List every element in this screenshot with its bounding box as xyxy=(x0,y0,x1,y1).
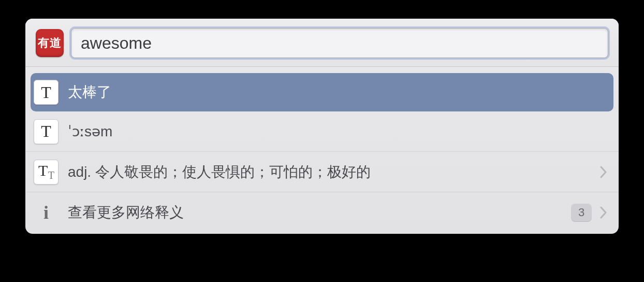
result-item-definition[interactable]: TT adj. 令人敬畏的；使人畏惧的；可怕的；极好的 xyxy=(25,152,619,192)
result-text: ˈɔːsəm xyxy=(68,123,607,140)
row-right: 3 xyxy=(571,203,607,222)
info-icon: i xyxy=(34,200,58,225)
row-right xyxy=(600,166,607,178)
chevron-right-icon xyxy=(600,206,607,219)
result-item-translation[interactable]: T 太棒了 xyxy=(31,73,613,111)
result-text: 太棒了 xyxy=(68,82,607,102)
text-icon: T xyxy=(34,119,58,144)
text-sizes-icon: TT xyxy=(34,160,58,185)
result-item-phonetic[interactable]: T ˈɔːsəm xyxy=(25,111,619,152)
youdao-logo-icon: 有道 xyxy=(36,29,64,57)
search-row: 有道 xyxy=(25,19,619,67)
text-icon: T xyxy=(34,80,58,105)
spotlight-panel: 有道 T 太棒了 T ˈɔːsəm TT adj. 令人敬畏的；使人畏惧的；可怕… xyxy=(25,19,619,234)
results-list: T 太棒了 T ˈɔːsəm TT adj. 令人敬畏的；使人畏惧的；可怕的；极… xyxy=(25,67,619,234)
search-input[interactable] xyxy=(71,28,608,58)
logo-text: 有道 xyxy=(38,35,62,51)
result-text: 查看更多网络释义 xyxy=(68,203,562,222)
count-badge: 3 xyxy=(571,203,592,222)
result-text: adj. 令人敬畏的；使人畏惧的；可怕的；极好的 xyxy=(68,162,591,182)
chevron-right-icon xyxy=(600,166,607,178)
result-item-more-web[interactable]: i 查看更多网络释义 3 xyxy=(25,192,619,233)
